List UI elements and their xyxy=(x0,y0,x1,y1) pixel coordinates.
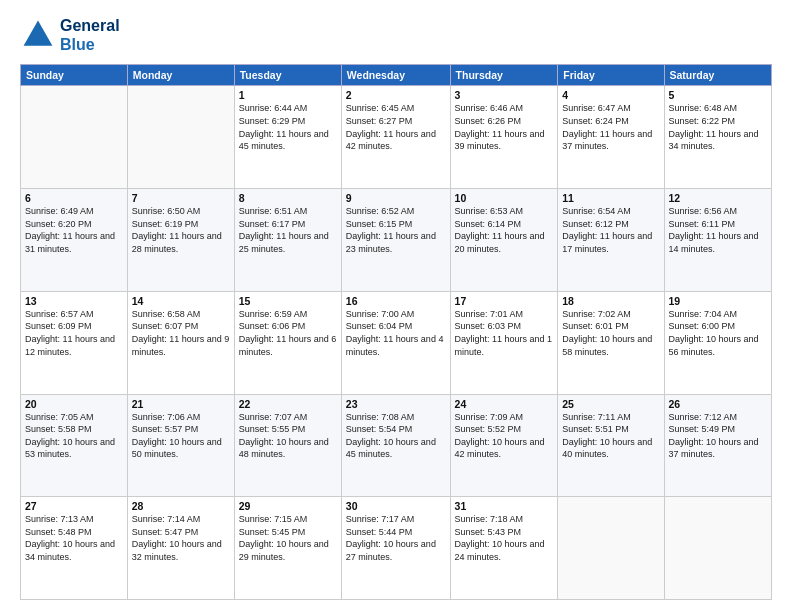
day-details: Sunrise: 6:58 AMSunset: 6:07 PMDaylight:… xyxy=(132,309,230,357)
day-number: 19 xyxy=(669,295,767,307)
week-row-3: 13Sunrise: 6:57 AMSunset: 6:09 PMDayligh… xyxy=(21,291,772,394)
day-details: Sunrise: 7:13 AMSunset: 5:48 PMDaylight:… xyxy=(25,514,115,562)
day-details: Sunrise: 6:44 AMSunset: 6:29 PMDaylight:… xyxy=(239,103,329,151)
day-cell: 12Sunrise: 6:56 AMSunset: 6:11 PMDayligh… xyxy=(664,189,771,292)
day-details: Sunrise: 7:01 AMSunset: 6:03 PMDaylight:… xyxy=(455,309,553,357)
day-cell: 6Sunrise: 6:49 AMSunset: 6:20 PMDaylight… xyxy=(21,189,128,292)
day-cell xyxy=(664,497,771,600)
logo: General Blue xyxy=(20,16,120,54)
day-cell: 30Sunrise: 7:17 AMSunset: 5:44 PMDayligh… xyxy=(341,497,450,600)
day-number: 21 xyxy=(132,398,230,410)
day-details: Sunrise: 6:50 AMSunset: 6:19 PMDaylight:… xyxy=(132,206,222,254)
day-cell: 18Sunrise: 7:02 AMSunset: 6:01 PMDayligh… xyxy=(558,291,664,394)
week-row-5: 27Sunrise: 7:13 AMSunset: 5:48 PMDayligh… xyxy=(21,497,772,600)
day-cell: 22Sunrise: 7:07 AMSunset: 5:55 PMDayligh… xyxy=(234,394,341,497)
col-header-wednesday: Wednesday xyxy=(341,65,450,86)
day-number: 23 xyxy=(346,398,446,410)
day-cell: 13Sunrise: 6:57 AMSunset: 6:09 PMDayligh… xyxy=(21,291,128,394)
day-number: 20 xyxy=(25,398,123,410)
day-details: Sunrise: 7:09 AMSunset: 5:52 PMDaylight:… xyxy=(455,412,545,460)
day-number: 31 xyxy=(455,500,554,512)
day-number: 11 xyxy=(562,192,659,204)
day-details: Sunrise: 7:06 AMSunset: 5:57 PMDaylight:… xyxy=(132,412,222,460)
day-cell: 3Sunrise: 6:46 AMSunset: 6:26 PMDaylight… xyxy=(450,86,558,189)
day-details: Sunrise: 6:48 AMSunset: 6:22 PMDaylight:… xyxy=(669,103,759,151)
day-cell: 5Sunrise: 6:48 AMSunset: 6:22 PMDaylight… xyxy=(664,86,771,189)
day-number: 16 xyxy=(346,295,446,307)
day-details: Sunrise: 6:46 AMSunset: 6:26 PMDaylight:… xyxy=(455,103,545,151)
day-cell: 4Sunrise: 6:47 AMSunset: 6:24 PMDaylight… xyxy=(558,86,664,189)
day-details: Sunrise: 6:49 AMSunset: 6:20 PMDaylight:… xyxy=(25,206,115,254)
day-details: Sunrise: 7:14 AMSunset: 5:47 PMDaylight:… xyxy=(132,514,222,562)
day-cell: 8Sunrise: 6:51 AMSunset: 6:17 PMDaylight… xyxy=(234,189,341,292)
day-details: Sunrise: 6:54 AMSunset: 6:12 PMDaylight:… xyxy=(562,206,652,254)
col-header-friday: Friday xyxy=(558,65,664,86)
day-number: 4 xyxy=(562,89,659,101)
day-cell: 1Sunrise: 6:44 AMSunset: 6:29 PMDaylight… xyxy=(234,86,341,189)
day-cell: 14Sunrise: 6:58 AMSunset: 6:07 PMDayligh… xyxy=(127,291,234,394)
day-number: 14 xyxy=(132,295,230,307)
day-number: 3 xyxy=(455,89,554,101)
day-details: Sunrise: 7:11 AMSunset: 5:51 PMDaylight:… xyxy=(562,412,652,460)
day-details: Sunrise: 6:53 AMSunset: 6:14 PMDaylight:… xyxy=(455,206,545,254)
day-number: 2 xyxy=(346,89,446,101)
day-details: Sunrise: 7:15 AMSunset: 5:45 PMDaylight:… xyxy=(239,514,329,562)
day-cell: 16Sunrise: 7:00 AMSunset: 6:04 PMDayligh… xyxy=(341,291,450,394)
day-details: Sunrise: 7:02 AMSunset: 6:01 PMDaylight:… xyxy=(562,309,652,357)
day-cell: 31Sunrise: 7:18 AMSunset: 5:43 PMDayligh… xyxy=(450,497,558,600)
day-cell xyxy=(558,497,664,600)
day-details: Sunrise: 6:59 AMSunset: 6:06 PMDaylight:… xyxy=(239,309,337,357)
day-number: 15 xyxy=(239,295,337,307)
day-number: 13 xyxy=(25,295,123,307)
day-cell: 23Sunrise: 7:08 AMSunset: 5:54 PMDayligh… xyxy=(341,394,450,497)
day-details: Sunrise: 6:45 AMSunset: 6:27 PMDaylight:… xyxy=(346,103,436,151)
day-cell: 26Sunrise: 7:12 AMSunset: 5:49 PMDayligh… xyxy=(664,394,771,497)
day-cell: 20Sunrise: 7:05 AMSunset: 5:58 PMDayligh… xyxy=(21,394,128,497)
day-cell: 2Sunrise: 6:45 AMSunset: 6:27 PMDaylight… xyxy=(341,86,450,189)
calendar-table: SundayMondayTuesdayWednesdayThursdayFrid… xyxy=(20,64,772,600)
day-cell: 17Sunrise: 7:01 AMSunset: 6:03 PMDayligh… xyxy=(450,291,558,394)
day-details: Sunrise: 6:51 AMSunset: 6:17 PMDaylight:… xyxy=(239,206,329,254)
week-row-2: 6Sunrise: 6:49 AMSunset: 6:20 PMDaylight… xyxy=(21,189,772,292)
day-number: 30 xyxy=(346,500,446,512)
day-number: 28 xyxy=(132,500,230,512)
day-cell: 11Sunrise: 6:54 AMSunset: 6:12 PMDayligh… xyxy=(558,189,664,292)
day-number: 17 xyxy=(455,295,554,307)
week-row-1: 1Sunrise: 6:44 AMSunset: 6:29 PMDaylight… xyxy=(21,86,772,189)
day-details: Sunrise: 7:07 AMSunset: 5:55 PMDaylight:… xyxy=(239,412,329,460)
day-number: 1 xyxy=(239,89,337,101)
day-cell: 9Sunrise: 6:52 AMSunset: 6:15 PMDaylight… xyxy=(341,189,450,292)
day-cell: 28Sunrise: 7:14 AMSunset: 5:47 PMDayligh… xyxy=(127,497,234,600)
col-header-monday: Monday xyxy=(127,65,234,86)
day-number: 18 xyxy=(562,295,659,307)
day-number: 7 xyxy=(132,192,230,204)
day-number: 26 xyxy=(669,398,767,410)
col-header-saturday: Saturday xyxy=(664,65,771,86)
day-number: 25 xyxy=(562,398,659,410)
day-details: Sunrise: 6:52 AMSunset: 6:15 PMDaylight:… xyxy=(346,206,436,254)
day-cell: 7Sunrise: 6:50 AMSunset: 6:19 PMDaylight… xyxy=(127,189,234,292)
day-details: Sunrise: 6:57 AMSunset: 6:09 PMDaylight:… xyxy=(25,309,115,357)
logo-icon xyxy=(20,17,56,53)
day-cell: 24Sunrise: 7:09 AMSunset: 5:52 PMDayligh… xyxy=(450,394,558,497)
day-cell: 29Sunrise: 7:15 AMSunset: 5:45 PMDayligh… xyxy=(234,497,341,600)
day-details: Sunrise: 7:05 AMSunset: 5:58 PMDaylight:… xyxy=(25,412,115,460)
col-header-thursday: Thursday xyxy=(450,65,558,86)
day-cell xyxy=(21,86,128,189)
day-number: 29 xyxy=(239,500,337,512)
header: General Blue xyxy=(20,16,772,54)
day-details: Sunrise: 7:04 AMSunset: 6:00 PMDaylight:… xyxy=(669,309,759,357)
day-details: Sunrise: 6:47 AMSunset: 6:24 PMDaylight:… xyxy=(562,103,652,151)
day-number: 10 xyxy=(455,192,554,204)
col-header-tuesday: Tuesday xyxy=(234,65,341,86)
day-cell: 21Sunrise: 7:06 AMSunset: 5:57 PMDayligh… xyxy=(127,394,234,497)
day-cell: 27Sunrise: 7:13 AMSunset: 5:48 PMDayligh… xyxy=(21,497,128,600)
day-number: 12 xyxy=(669,192,767,204)
day-cell: 19Sunrise: 7:04 AMSunset: 6:00 PMDayligh… xyxy=(664,291,771,394)
day-cell xyxy=(127,86,234,189)
day-details: Sunrise: 7:18 AMSunset: 5:43 PMDaylight:… xyxy=(455,514,545,562)
day-cell: 10Sunrise: 6:53 AMSunset: 6:14 PMDayligh… xyxy=(450,189,558,292)
day-cell: 15Sunrise: 6:59 AMSunset: 6:06 PMDayligh… xyxy=(234,291,341,394)
week-row-4: 20Sunrise: 7:05 AMSunset: 5:58 PMDayligh… xyxy=(21,394,772,497)
col-header-sunday: Sunday xyxy=(21,65,128,86)
